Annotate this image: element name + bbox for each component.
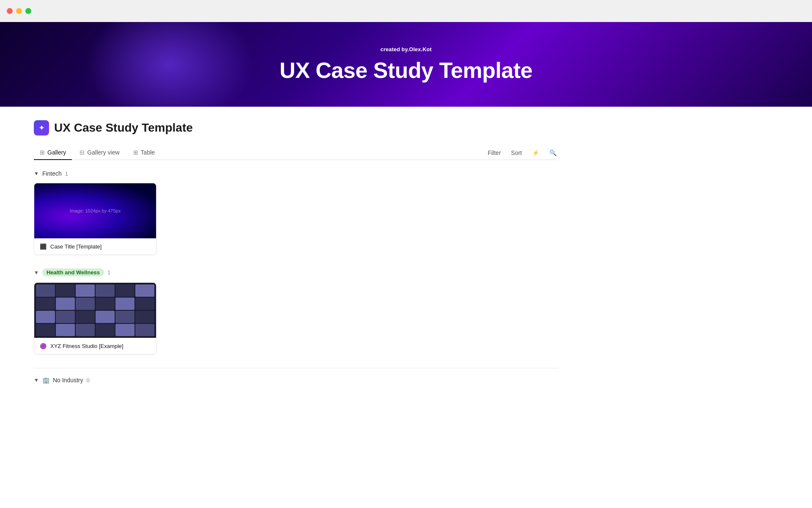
hero-banner: created by.Olex.Kot UX Case Study Templa… xyxy=(0,22,812,107)
group-health-wellness: ▼ Health and Wellness 1 xyxy=(34,268,558,354)
bolt-icon[interactable]: ⚡ xyxy=(530,148,541,158)
no-industry-icon: 🏢 xyxy=(42,377,49,384)
chevron-down-icon: ▼ xyxy=(34,377,39,383)
card-fitness-title: XYZ Fitness Studio [Example] xyxy=(50,343,123,349)
fitness-grid xyxy=(34,283,156,338)
hero-title: UX Case Study Template xyxy=(280,58,532,83)
group-health-count: 1 xyxy=(107,269,110,276)
filter-button[interactable]: Filter xyxy=(486,148,502,158)
tabs-bar: ⊞ Gallery ⊟ Gallery view ⊞ Table Filter … xyxy=(34,146,558,160)
card-fintech-title: Case Title [Template] xyxy=(50,243,102,250)
maximize-button[interactable] xyxy=(25,8,31,14)
group-no-industry-count: 0 xyxy=(86,377,89,384)
card-fintech-icon: ⬛ xyxy=(39,243,47,250)
card-image-label: Image: 1024px by 475px xyxy=(70,208,121,213)
group-fintech-cards: Image: 1024px by 475px ⬛ Case Title [Tem… xyxy=(34,183,558,255)
card-fintech-footer: ⬛ Case Title [Template] xyxy=(34,238,156,254)
card-fintech-image: Image: 1024px by 475px xyxy=(34,183,156,238)
group-health-header[interactable]: ▼ Health and Wellness 1 xyxy=(34,268,558,276)
chevron-down-icon: ▼ xyxy=(34,270,39,276)
page-title: UX Case Study Template xyxy=(54,121,193,135)
card-fitness-footer: 🟣 XYZ Fitness Studio [Example] xyxy=(34,338,156,354)
search-icon[interactable]: 🔍 xyxy=(548,148,558,158)
tab-gallery-view[interactable]: ⊟ Gallery view xyxy=(74,146,125,160)
sort-button[interactable]: Sort xyxy=(509,148,524,158)
hero-credit: created by.Olex.Kot xyxy=(380,46,431,52)
group-fintech-count: 1 xyxy=(65,171,68,177)
page-heading: ✦ UX Case Study Template xyxy=(34,120,558,135)
card-xyz-fitness[interactable]: 🟣 XYZ Fitness Studio [Example] xyxy=(34,282,156,354)
group-no-industry-label: No Industry xyxy=(53,377,83,384)
group-fintech-header[interactable]: ▼ Fintech 1 xyxy=(34,170,558,177)
gallery-icon: ⊞ xyxy=(40,149,45,156)
group-no-industry: ▼ 🏢 No Industry 0 xyxy=(34,377,558,384)
page-content: ✦ UX Case Study Template ⊞ Gallery ⊟ Gal… xyxy=(0,107,592,411)
group-no-industry-header[interactable]: ▼ 🏢 No Industry 0 xyxy=(34,377,558,384)
group-health-cards: 🟣 XYZ Fitness Studio [Example] xyxy=(34,282,558,354)
chevron-down-icon: ▼ xyxy=(34,171,39,177)
gallery-view-icon: ⊟ xyxy=(80,149,85,156)
tab-table[interactable]: ⊞ Table xyxy=(127,146,161,160)
card-fitness-image xyxy=(34,283,156,338)
tab-gallery[interactable]: ⊞ Gallery xyxy=(34,146,72,160)
tabs-list: ⊞ Gallery ⊟ Gallery view ⊞ Table xyxy=(34,146,486,160)
section-divider xyxy=(34,368,558,368)
title-bar xyxy=(0,0,812,22)
minimize-button[interactable] xyxy=(16,8,22,14)
group-fintech-label: Fintech xyxy=(42,170,62,177)
group-health-label: Health and Wellness xyxy=(42,268,104,276)
close-button[interactable] xyxy=(7,8,13,14)
group-fintech: ▼ Fintech 1 Image: 1024px by 475px ⬛ Cas… xyxy=(34,170,558,255)
table-icon: ⊞ xyxy=(133,149,138,156)
card-case-title-template[interactable]: Image: 1024px by 475px ⬛ Case Title [Tem… xyxy=(34,183,156,255)
card-fitness-icon: 🟣 xyxy=(39,342,47,350)
tabs-actions: Filter Sort ⚡ 🔍 xyxy=(486,148,558,158)
page-icon: ✦ xyxy=(34,120,49,135)
